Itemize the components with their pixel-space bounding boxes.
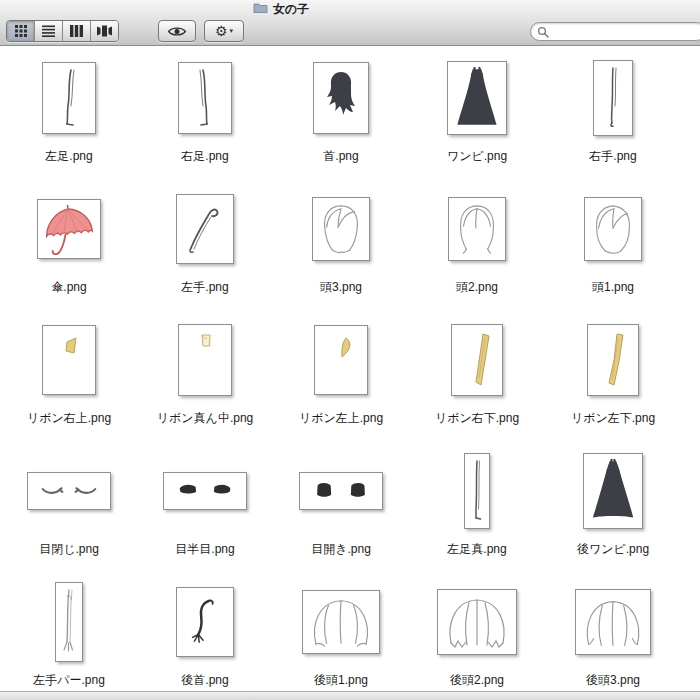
head3-thumbnail[interactable] [312,197,370,261]
ribbon-middle-thumbnail[interactable] [178,324,232,396]
file-thumbnail-area [302,577,380,667]
column-view-icon [70,25,83,37]
file-name-label[interactable]: 後首.png [181,673,228,687]
file-thumbnail-area [178,315,232,405]
file-thumbnail-area [312,184,370,274]
file-item[interactable]: 後頭3.png [545,570,681,700]
view-column-button[interactable] [62,21,90,41]
file-name-label[interactable]: 左手パー.png [33,673,105,687]
head1-thumbnail[interactable] [584,197,642,261]
right-arm-thumbnail[interactable] [593,60,633,136]
file-name-label[interactable]: 右手.png [589,149,636,163]
head2-thumbnail[interactable] [448,197,506,261]
file-item[interactable]: リボン左下.png [545,308,681,439]
list-view-icon [42,25,55,37]
right-leg-thumbnail[interactable] [178,62,232,134]
file-thumbnail-area [448,184,506,274]
action-menu-button[interactable]: ⚙ ▾ [204,20,244,42]
file-name-label[interactable]: 目半目.png [175,542,234,556]
file-item[interactable]: 左手.png [137,177,273,308]
file-item[interactable]: 後頭1.png [273,570,409,700]
file-item[interactable]: リボン左上.png [273,308,409,439]
file-name-label[interactable]: 後頭1.png [314,673,368,687]
file-item[interactable]: 後ワンピ.png [545,439,681,570]
neck-thumbnail[interactable] [313,62,369,134]
file-item[interactable]: 左足真.png [409,439,545,570]
file-name-label[interactable]: 右足.png [181,149,228,163]
leg-straight-thumbnail[interactable] [464,453,490,529]
window-chrome: 女の子 [0,0,700,46]
umbrella-thumbnail[interactable] [37,199,101,259]
file-item[interactable]: 傘.png [1,177,137,308]
ribbon-lower-left-thumbnail[interactable] [587,324,639,396]
file-item[interactable]: リボン右下.png [409,308,545,439]
view-list-button[interactable] [34,21,62,41]
file-name-label[interactable]: 頭1.png [592,280,634,294]
file-item[interactable]: 左手パー.png [1,570,137,700]
file-grid: 左足.png 右足.png 首.png ワンピ.png 右手.png 傘.png… [1,46,699,700]
file-item[interactable]: 首.png [273,46,409,177]
file-item[interactable]: リボン真ん中.png [137,308,273,439]
file-item[interactable]: 右手.png [545,46,681,177]
back-head3-thumbnail[interactable] [575,589,651,655]
file-name-label[interactable]: リボン右下.png [435,411,519,425]
file-name-label[interactable]: 左足.png [45,149,92,163]
back-neck-thumbnail[interactable] [176,587,234,657]
gear-icon: ⚙ [215,23,228,39]
view-icon-button[interactable] [7,21,34,41]
file-name-label[interactable]: 首.png [323,149,358,163]
file-name-label[interactable]: 目閉じ.png [39,542,99,556]
file-thumbnail-area [299,446,383,536]
file-name-label[interactable]: リボン左上.png [299,411,383,425]
eyes-closed-thumbnail[interactable] [27,472,111,510]
file-name-label[interactable]: 後頭3.png [586,673,640,687]
file-name-label[interactable]: 後頭2.png [450,673,504,687]
file-item[interactable]: 右足.png [137,46,273,177]
file-item[interactable]: 目半目.png [137,439,273,570]
file-name-label[interactable]: 左手.png [181,280,228,294]
file-thumbnail-area [176,184,234,274]
back-head1-thumbnail[interactable] [302,590,380,654]
search-input[interactable] [553,25,700,39]
file-item[interactable]: 後頭2.png [409,570,545,700]
search-field[interactable] [530,22,700,41]
ribbon-upper-left-thumbnail[interactable] [314,325,368,395]
file-name-label[interactable]: ワンピ.png [447,149,507,163]
file-item[interactable]: 頭3.png [273,177,409,308]
view-coverflow-button[interactable] [90,21,118,41]
file-name-label[interactable]: 左足真.png [447,542,506,556]
file-name-label[interactable]: リボン真ん中.png [157,411,253,425]
ribbon-lower-right-thumbnail[interactable] [451,324,503,396]
window-bottom-edge [0,691,700,700]
back-head2-thumbnail[interactable] [437,589,517,655]
finder-window: 女の子 [0,0,700,700]
grid-view-icon [15,25,27,37]
file-name-label[interactable]: 頭3.png [320,280,362,294]
file-item[interactable]: 後首.png [137,570,273,700]
file-item[interactable]: ワンピ.png [409,46,545,177]
file-item[interactable]: 目開き.png [273,439,409,570]
file-item[interactable]: リボン右上.png [1,308,137,439]
file-name-label[interactable]: リボン左下.png [571,411,655,425]
ribbon-upper-right-thumbnail[interactable] [42,325,96,395]
file-item[interactable]: 頭2.png [409,177,545,308]
left-arm-thumbnail[interactable] [176,194,234,264]
file-item[interactable]: 左足.png [1,46,137,177]
hand-open-thumbnail[interactable] [55,582,83,662]
left-leg-thumbnail[interactable] [42,62,96,134]
eyes-open-thumbnail[interactable] [299,472,383,510]
file-thumbnail-area [587,315,639,405]
file-thumbnail-area [178,53,232,143]
file-name-label[interactable]: 目開き.png [311,542,371,556]
file-name-label[interactable]: リボン右上.png [27,411,111,425]
quick-look-button[interactable] [158,20,196,42]
file-item[interactable]: 頭1.png [545,177,681,308]
file-name-label[interactable]: 後ワンピ.png [577,542,649,556]
file-name-label[interactable]: 頭2.png [456,280,498,294]
eyes-half-thumbnail[interactable] [163,472,247,510]
dress-thumbnail[interactable] [447,61,507,135]
title-bar: 女の子 [253,1,309,17]
file-name-label[interactable]: 傘.png [51,280,86,294]
back-dress-thumbnail[interactable] [583,453,643,529]
file-item[interactable]: 目閉じ.png [1,439,137,570]
